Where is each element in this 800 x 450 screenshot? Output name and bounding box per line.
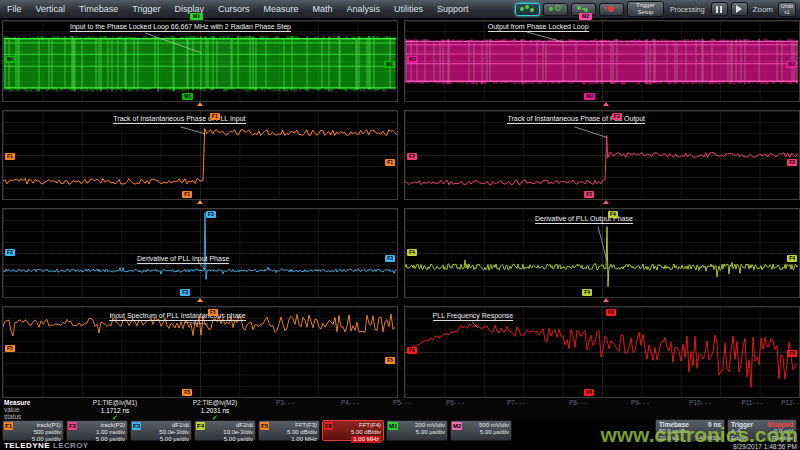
track-input-phase-panel-level-badge[interactable]: F1 bbox=[385, 159, 395, 166]
input-signal-panel-level-badge[interactable]: M1 bbox=[182, 93, 193, 100]
derivative-output-phase-panel[interactable]: Derivative of PLL Output PhaseF4F4F4F4 bbox=[404, 208, 800, 298]
trigger-setup-line1: Trigger bbox=[636, 2, 655, 9]
descriptor-m2[interactable]: M2500 mV/div5.00 µs/div bbox=[450, 420, 512, 441]
right-trigger-marker[interactable]: M2 bbox=[579, 13, 592, 20]
measure-column-P9[interactable]: P9- - - bbox=[631, 400, 649, 407]
trigger-box[interactable]: Trigger Stopped A-A 0.0 mV Edge Positive bbox=[727, 419, 797, 442]
input-signal-panel[interactable]: Input to the Phase Locked Loop 66.667 MH… bbox=[2, 20, 398, 102]
derivative-input-phase-panel-level-badge[interactable]: F3 bbox=[385, 255, 395, 262]
track-output-phase-panel-level-badge[interactable]: F2 bbox=[407, 153, 417, 160]
brand-lecroy: LECROY bbox=[53, 441, 89, 450]
measure-column-P6[interactable]: P6- - - bbox=[446, 400, 464, 407]
input-spectrum-panel-level-badge[interactable]: F5 bbox=[182, 389, 192, 396]
trigger-mode: Stopped bbox=[767, 421, 793, 428]
input-spectrum-panel-title: Input Spectrum of PLL Instantaneous phas… bbox=[109, 312, 245, 321]
derivative-output-phase-panel-level-badge[interactable]: F4 bbox=[582, 289, 592, 296]
input-spectrum-panel[interactable]: Input Spectrum of PLL Instantaneous phas… bbox=[2, 306, 398, 398]
measure-column-P12[interactable]: P12- - - bbox=[781, 400, 800, 407]
descriptor-f5[interactable]: F5FFT(F3)5.00 dB/div1.00 MHz bbox=[258, 420, 320, 441]
trigger-position-marker[interactable] bbox=[603, 200, 609, 204]
menu-items: FileVerticalTimebaseTriggerDisplayCursor… bbox=[0, 4, 476, 14]
track-input-phase-panel-level-badge[interactable]: F1 bbox=[182, 191, 192, 198]
frequency-response-panel-level-badge[interactable]: F6 bbox=[407, 347, 417, 354]
play-button[interactable] bbox=[731, 2, 748, 16]
menu-timebase[interactable]: Timebase bbox=[72, 4, 125, 14]
derivative-input-phase-panel-level-badge[interactable]: F3 bbox=[5, 249, 15, 256]
trigger-position-marker[interactable] bbox=[197, 200, 203, 204]
descriptor-m1[interactable]: M1200 mV/div5.00 µs/div bbox=[386, 420, 448, 441]
derivative-output-phase-panel-level-badge[interactable]: F4 bbox=[407, 249, 417, 256]
input-spectrum-panel-level-badge[interactable]: F5 bbox=[385, 357, 395, 364]
output-signal-panel-waveform bbox=[405, 21, 799, 101]
measure-column-P2[interactable]: P2:TIE@lv(M2)1.2031 ns✔ bbox=[193, 400, 238, 421]
menu-support[interactable]: Support bbox=[430, 4, 476, 14]
menu-trigger[interactable]: Trigger bbox=[125, 4, 167, 14]
track-input-phase-panel[interactable]: Track of Instantaneous Phase of PLL Inpu… bbox=[2, 110, 398, 200]
input-signal-panel-level-badge[interactable]: M1 bbox=[384, 61, 395, 68]
menu-vertical[interactable]: Vertical bbox=[29, 4, 73, 14]
scope-tool-button-4[interactable] bbox=[599, 3, 624, 16]
timebase-box[interactable]: Timebase 0 ns 50.0 µs/div 20.0 kS 40 MS/… bbox=[655, 419, 725, 442]
descriptor-f2[interactable]: F2track(P2)1.00 ns/div5.00 µs/div bbox=[66, 420, 128, 441]
measure-column-P8[interactable]: P8- - - bbox=[569, 400, 587, 407]
output-signal-panel-level-badge[interactable]: M2 bbox=[786, 61, 797, 68]
input-spectrum-panel-level-badge[interactable]: F5 bbox=[208, 309, 218, 316]
track-input-phase-panel-level-badge[interactable]: F1 bbox=[210, 113, 220, 120]
descriptor-f1[interactable]: F1track(P1)500 ps/div5.00 µs/div bbox=[2, 420, 64, 441]
frequency-response-panel-level-badge[interactable]: F6 bbox=[606, 309, 616, 316]
track-output-phase-panel-level-badge[interactable]: F2 bbox=[787, 159, 797, 166]
descriptor-f3[interactable]: F3dF1/dt50.0e-3/div5.00 µs/div bbox=[130, 420, 192, 441]
descriptor-f6[interactable]: F6FFT(F4)5.00 dB/div1.00 MHz bbox=[322, 420, 384, 441]
trigger-setup-button[interactable]: Trigger Setup bbox=[627, 1, 664, 17]
descriptor-f4[interactable]: F4dF2/dt10.0e-3/div5.00 µs/div bbox=[194, 420, 256, 441]
output-signal-panel[interactable]: Output from Phase Locked LoopM2M2M2 bbox=[404, 20, 800, 102]
measure-column-P1[interactable]: P1:TIE@lv(M1)1.1712 ns✔ bbox=[93, 400, 138, 421]
measure-column-P3[interactable]: P3- - - bbox=[276, 400, 294, 407]
menu-file[interactable]: File bbox=[0, 4, 29, 14]
input-signal-panel-level-badge[interactable]: M1 bbox=[5, 56, 16, 63]
derivative-output-phase-panel-level-badge[interactable]: F4 bbox=[608, 211, 618, 218]
measure-column-P5[interactable]: P5- - - bbox=[393, 400, 411, 407]
derivative-input-phase-panel-level-badge[interactable]: F3 bbox=[180, 289, 190, 296]
trigger-position-marker[interactable] bbox=[603, 298, 609, 302]
toolbar: Trigger Setup Processing Zoom Undo x1 bbox=[515, 1, 800, 17]
track-output-phase-panel-level-badge[interactable]: F2 bbox=[612, 113, 622, 120]
trigger-position-marker[interactable] bbox=[603, 102, 609, 106]
measure-column-P4[interactable]: P4- - - bbox=[341, 400, 359, 407]
trigger-position-marker[interactable] bbox=[197, 102, 203, 106]
menu-cursors[interactable]: Cursors bbox=[211, 4, 257, 14]
derivative-input-phase-panel-waveform bbox=[3, 209, 397, 297]
descriptor-lines: dF1/dt50.0e-3/div5.00 µs/div bbox=[159, 422, 189, 443]
left-trigger-marker[interactable]: M1 bbox=[190, 13, 203, 20]
menu-analysis[interactable]: Analysis bbox=[339, 4, 387, 14]
track-output-phase-panel-level-badge[interactable]: F2 bbox=[584, 191, 594, 198]
frequency-response-panel-level-badge[interactable]: F6 bbox=[584, 389, 594, 396]
track-output-phase-panel-title: Track of Instantaneous Phase of PLL Outp… bbox=[507, 115, 645, 124]
menu-math[interactable]: Math bbox=[305, 4, 339, 14]
trigger-position-marker[interactable] bbox=[197, 298, 203, 302]
derivative-input-phase-panel[interactable]: Derivative of PLL Input PhaseF3F3F3F3 bbox=[2, 208, 398, 298]
scope-tool-button-1[interactable] bbox=[515, 3, 540, 16]
frequency-response-panel[interactable]: PLL Frequency ResponseF6F6F6F6 bbox=[404, 306, 800, 398]
measure-header: P10- - - bbox=[689, 400, 711, 407]
track-input-phase-panel-level-badge[interactable]: F1 bbox=[5, 153, 15, 160]
menu-utilities[interactable]: Utilities bbox=[387, 4, 430, 14]
measure-column-P10[interactable]: P10- - - bbox=[689, 400, 711, 407]
input-spectrum-panel-level-badge[interactable]: F5 bbox=[5, 345, 15, 352]
derivative-input-phase-panel-level-badge[interactable]: F3 bbox=[206, 211, 216, 218]
measure-table: Measure value status P1:TIE@lv(M1)1.1712… bbox=[0, 398, 800, 420]
measure-column-P7[interactable]: P7- - - bbox=[507, 400, 525, 407]
menu-measure[interactable]: Measure bbox=[256, 4, 305, 14]
derivative-output-phase-panel-level-badge[interactable]: F4 bbox=[787, 255, 797, 262]
scope-tool-button-2[interactable] bbox=[543, 3, 568, 16]
trace-tab-f3: F3 bbox=[132, 422, 141, 430]
measure-column-P11[interactable]: P11- - - bbox=[741, 400, 762, 407]
frequency-response-panel-level-badge[interactable]: F6 bbox=[787, 350, 797, 357]
track-output-phase-panel[interactable]: Track of Instantaneous Phase of PLL Outp… bbox=[404, 110, 800, 200]
pause-button[interactable] bbox=[711, 2, 728, 16]
undo-button[interactable]: Undo x1 bbox=[778, 2, 796, 17]
trigger-title: Trigger bbox=[731, 421, 753, 428]
output-signal-panel-level-badge[interactable]: M2 bbox=[407, 56, 418, 63]
output-signal-panel-level-badge[interactable]: M2 bbox=[584, 93, 595, 100]
trace-tab-f1: F1 bbox=[4, 422, 13, 430]
